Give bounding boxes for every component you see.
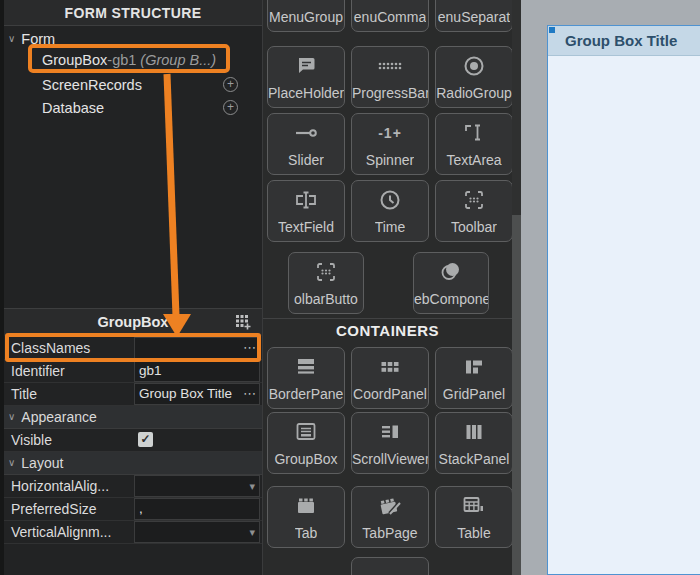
groupbox-title-bar[interactable]: Group Box Title (548, 26, 700, 56)
palette-item-label: TextArea (446, 152, 501, 169)
palette-item-tab[interactable]: Tab (267, 486, 345, 548)
palette-item-label: RadioGroup (436, 85, 512, 102)
structure-properties-panel: FORM STRUCTURE ∨Form GroupBox-gb1 (Group… (0, 0, 262, 575)
palette-item-label: GridPanel (443, 386, 505, 403)
palette-item-label: BorderPane (269, 386, 344, 403)
palette-scrollbar-track[interactable] (512, 0, 521, 575)
palette-item-stackpanel[interactable]: StackPanel (435, 412, 512, 474)
palette-item-webcomponent[interactable]: ebCompone (413, 252, 489, 314)
dropdown-caret-icon[interactable]: ▾ (249, 522, 255, 542)
palette-item-scrollviewer[interactable]: ScrollViewer (351, 412, 429, 474)
tree-item-screenrecords[interactable]: ScreenRecords + (4, 74, 262, 96)
horizontalalignment-dropdown[interactable]: ▾ (134, 475, 260, 497)
spinner-icon: -1+ (352, 114, 428, 152)
palette-item-table[interactable]: Table (435, 486, 512, 548)
annotation-highlight-classnames (5, 333, 261, 362)
property-label: VerticalAlignm... (4, 521, 134, 543)
tab-icon (268, 487, 344, 525)
section-appearance[interactable]: ∨Appearance (4, 406, 262, 429)
palette-item-label: Toolbar (451, 219, 497, 236)
palette-item-label: PlaceHolder (268, 85, 344, 102)
palette-item-gridpanel[interactable]: GridPanel (435, 347, 512, 409)
verticalalignment-dropdown[interactable]: ▾ (134, 521, 260, 543)
property-value: Group Box Title (139, 386, 232, 401)
section-label: Appearance (21, 409, 97, 425)
chevron-down-icon[interactable]: ∨ (8, 28, 15, 50)
gridpanel-icon (436, 348, 512, 386)
property-value: , (139, 501, 143, 516)
palette-item-groupbox[interactable]: GroupBox (267, 412, 345, 474)
palette-item-toolbar[interactable]: Toolbar (435, 180, 512, 242)
tree-item-label: Database (42, 100, 104, 116)
add-plus-icon[interactable]: + (223, 77, 238, 92)
identifier-value-field[interactable]: gb1 (134, 360, 260, 382)
stackpanel-icon (436, 413, 512, 451)
component-palette: MenuGroup enuComma enuSeparat PlaceHolde… (262, 0, 512, 575)
add-class-grid-icon[interactable] (233, 313, 252, 332)
palette-item-radiogroup[interactable]: RadioGroup (435, 46, 512, 108)
section-layout[interactable]: ∨Layout (4, 452, 262, 475)
palette-item-borderpanel[interactable]: BorderPane (267, 347, 345, 409)
property-row-identifier: Identifier gb1 (4, 360, 262, 383)
palette-item-label: Spinner (366, 152, 414, 169)
palette-item-textfield[interactable]: TextField (267, 180, 345, 242)
selection-handle[interactable] (549, 27, 555, 33)
palette-item-toolbarbutton[interactable]: olbarButto (288, 252, 364, 314)
tree-item-database[interactable]: Database + (4, 97, 262, 119)
textarea-icon (436, 114, 512, 152)
palette-item-time[interactable]: Time (351, 180, 429, 242)
palette-item-label: TabPage (362, 525, 417, 542)
palette-item-label: Time (375, 219, 406, 236)
property-label: HorizontalAlig... (4, 475, 134, 497)
time-clock-icon (352, 181, 428, 219)
ellipsis-editor-button[interactable]: ⋯ (243, 384, 256, 404)
palette-item-label: enuComma (354, 9, 426, 26)
property-row-preferredsize: PreferredSize , (4, 498, 262, 521)
placeholder-icon (268, 47, 344, 85)
chevron-down-icon[interactable]: ∨ (8, 405, 15, 428)
palette-item-textarea[interactable]: TextArea (435, 113, 512, 175)
palette-item-label: Table (457, 525, 490, 542)
palette-item-slider[interactable]: Slider (267, 113, 345, 175)
groupbox-title-text: Group Box Title (565, 32, 677, 49)
title-value-field[interactable]: Group Box Title ⋯ (134, 383, 260, 405)
groupbox-icon (268, 413, 344, 451)
palette-item-menuseparator[interactable]: enuSeparat (435, 0, 512, 32)
palette-scrollbar-thumb[interactable] (512, 215, 521, 575)
property-row-title: Title Group Box Title ⋯ (4, 383, 262, 406)
palette-item-label: enuSeparat (438, 9, 510, 26)
chevron-down-icon[interactable]: ∨ (8, 451, 15, 474)
property-value: gb1 (139, 363, 162, 378)
toolbar-icon (436, 181, 512, 219)
design-canvas[interactable]: Group Box Title (521, 0, 700, 575)
properties-title: GroupBox (98, 314, 169, 330)
properties-panel-header: GroupBox (4, 309, 262, 336)
spinner-glyph: -1+ (378, 125, 402, 141)
containers-section-header: CONTAINERS (263, 318, 512, 342)
section-label: Layout (21, 455, 63, 471)
palette-item-spinner[interactable]: -1+ Spinner (351, 113, 429, 175)
palette-item-partial-bottom[interactable] (351, 557, 429, 575)
palette-item-label: ProgressBar (352, 85, 428, 102)
tabpage-icon (352, 487, 428, 525)
palette-item-placeholder[interactable]: PlaceHolder (267, 46, 345, 108)
canvas-groupbox-widget[interactable]: Group Box Title (547, 25, 700, 575)
property-label: Visible (4, 429, 134, 451)
palette-item-menucommand[interactable]: enuComma (351, 0, 429, 32)
property-label: Title (4, 383, 134, 405)
webcomponent-icon (414, 253, 488, 291)
palette-item-menugroup[interactable]: MenuGroup (267, 0, 345, 32)
palette-item-coordpanel[interactable]: CoordPanel (351, 347, 429, 409)
preferredsize-value-field[interactable]: , (134, 498, 260, 520)
palette-item-tabpage[interactable]: TabPage (351, 486, 429, 548)
palette-item-label: Tab (295, 525, 318, 542)
dropdown-caret-icon[interactable]: ▾ (249, 476, 255, 496)
property-label: Identifier (4, 360, 134, 382)
annotation-highlight-tree-item (28, 44, 230, 73)
palette-item-label: TextField (278, 219, 334, 236)
table-icon (436, 487, 512, 525)
palette-item-progressbar[interactable]: ProgressBar (351, 46, 429, 108)
add-plus-icon[interactable]: + (223, 100, 238, 115)
visible-checkbox[interactable]: ✓ (138, 432, 153, 447)
palette-item-label: CoordPanel (353, 386, 427, 403)
